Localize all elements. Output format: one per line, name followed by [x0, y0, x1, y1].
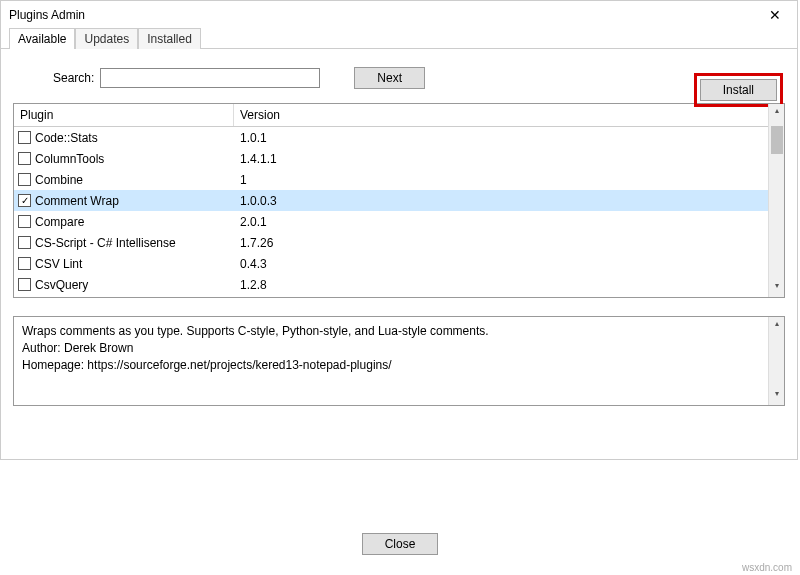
description-box: Wraps comments as you type. Supports C-s… — [13, 316, 785, 406]
window-title: Plugins Admin — [9, 8, 85, 22]
plugin-version: 1.2.8 — [234, 278, 768, 292]
plugin-version: 1.0.1 — [234, 131, 768, 145]
plugin-name: Code::Stats — [35, 131, 98, 145]
plugin-version: 0.4.3 — [234, 257, 768, 271]
close-icon[interactable]: ✕ — [761, 7, 789, 23]
checkbox[interactable] — [18, 131, 31, 144]
plugin-name: CsvQuery — [35, 278, 88, 292]
plugin-name: ColumnTools — [35, 152, 104, 166]
plugin-name: CS-Script - C# Intellisense — [35, 236, 176, 250]
description-text: Wraps comments as you type. Supports C-s… — [14, 317, 768, 405]
watermark: wsxdn.com — [742, 562, 792, 573]
plugin-version: 2.0.1 — [234, 215, 768, 229]
tab-updates[interactable]: Updates — [75, 28, 138, 49]
search-label: Search: — [53, 71, 94, 85]
checkbox[interactable] — [18, 278, 31, 291]
table-row[interactable]: CS-Script - C# Intellisense 1.7.26 — [14, 232, 768, 253]
grid-header: Plugin Version — [14, 104, 768, 127]
checkbox[interactable]: ✓ — [18, 194, 31, 207]
next-button[interactable]: Next — [354, 67, 425, 89]
scroll-down-icon[interactable]: ▾ — [771, 389, 783, 403]
search-input[interactable] — [100, 68, 320, 88]
search-row: Search: Next — [53, 67, 785, 89]
tab-content: Search: Next Install Plugin Version Code… — [1, 49, 797, 418]
checkbox[interactable] — [18, 152, 31, 165]
table-row[interactable]: CsvQuery 1.2.8 — [14, 274, 768, 295]
plugins-admin-window: Plugins Admin ✕ Available Updates Instal… — [0, 0, 798, 460]
checkbox[interactable] — [18, 236, 31, 249]
table-row[interactable]: Combine 1 — [14, 169, 768, 190]
plugin-version: 1.0.0.3 — [234, 194, 768, 208]
scroll-thumb[interactable] — [771, 126, 783, 154]
table-row[interactable]: Compare 2.0.1 — [14, 211, 768, 232]
plugin-name: CSV Lint — [35, 257, 82, 271]
column-version[interactable]: Version — [234, 104, 768, 126]
plugin-grid: Plugin Version Code::Stats 1.0.1 ColumnT… — [13, 103, 785, 298]
tabs: Available Updates Installed — [1, 27, 797, 49]
close-button[interactable]: Close — [362, 533, 439, 555]
column-plugin[interactable]: Plugin — [14, 104, 234, 126]
table-row[interactable]: CSV Lint 0.4.3 — [14, 253, 768, 274]
table-row[interactable]: Code::Stats 1.0.1 — [14, 127, 768, 148]
scrollbar[interactable]: ▴ ▾ — [768, 104, 784, 297]
titlebar: Plugins Admin ✕ — [1, 1, 797, 29]
table-row[interactable]: ✓Comment Wrap 1.0.0.3 — [14, 190, 768, 211]
scroll-down-icon[interactable]: ▾ — [771, 281, 783, 295]
plugin-version: 1.7.26 — [234, 236, 768, 250]
description-scrollbar[interactable]: ▴ ▾ — [768, 317, 784, 405]
plugin-name: Combine — [35, 173, 83, 187]
checkbox[interactable] — [18, 257, 31, 270]
checkbox[interactable] — [18, 215, 31, 228]
checkbox[interactable] — [18, 173, 31, 186]
plugin-version: 1 — [234, 173, 768, 187]
table-row[interactable]: ColumnTools 1.4.1.1 — [14, 148, 768, 169]
plugin-name: Comment Wrap — [35, 194, 119, 208]
plugin-name: Compare — [35, 215, 84, 229]
plugin-version: 1.4.1.1 — [234, 152, 768, 166]
tab-available[interactable]: Available — [9, 28, 75, 49]
bottom-button-row: Close — [0, 533, 800, 555]
install-button[interactable]: Install — [700, 79, 777, 101]
tab-installed[interactable]: Installed — [138, 28, 201, 49]
scroll-up-icon[interactable]: ▴ — [771, 106, 783, 120]
scroll-up-icon[interactable]: ▴ — [771, 319, 783, 333]
install-highlight: Install — [694, 73, 783, 107]
